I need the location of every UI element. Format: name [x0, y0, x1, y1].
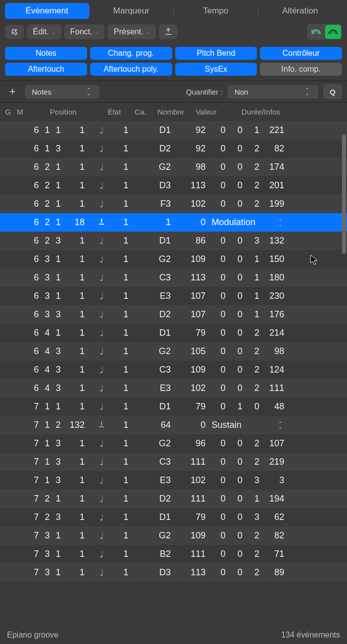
- col-position[interactable]: Position: [26, 108, 101, 116]
- filter-metainfo[interactable]: Info. comp.: [260, 63, 342, 76]
- event-row[interactable]: 6311♩1C3113001180: [0, 268, 347, 287]
- tab-event[interactable]: Évènement: [5, 3, 89, 19]
- event-filters: Notes Chang. prog. Pitch Bend Contrôleur…: [0, 45, 347, 81]
- note-icon: ♩: [88, 365, 115, 376]
- note-icon: ♩: [88, 180, 115, 191]
- midi-in-button[interactable]: [308, 25, 324, 39]
- event-row[interactable]: 7121321640Sustain⌃⌄: [0, 416, 347, 434]
- note-icon: ♩: [88, 162, 115, 173]
- quantize-button[interactable]: Q: [323, 84, 342, 99]
- catch-playhead-button[interactable]: [159, 24, 178, 39]
- add-bar: + Notes ⌃⌄ Quantifier : Non ⌃⌄ Q: [0, 81, 347, 103]
- svg-rect-8: [101, 219, 102, 223]
- filter-controller[interactable]: Contrôleur: [260, 47, 342, 60]
- note-icon: ♩: [88, 512, 115, 523]
- tab-alteration[interactable]: Altération: [258, 3, 343, 19]
- tab-tempo[interactable]: Tempo: [174, 3, 258, 19]
- quantize-label: Quantifier :: [186, 88, 223, 96]
- event-row[interactable]: 7131♩1G296002107: [0, 434, 347, 453]
- note-icon: ♩: [88, 254, 115, 265]
- svg-rect-9: [99, 224, 104, 225]
- note-icon: ♩: [88, 401, 115, 412]
- note-icon: ♩: [88, 143, 115, 154]
- svg-point-7: [335, 33, 336, 34]
- footer: Epiano groove 134 évènements: [0, 626, 347, 644]
- event-row[interactable]: 7211♩1D2111001194: [0, 490, 347, 508]
- view-menu[interactable]: Présent.⌵: [108, 24, 156, 39]
- event-row[interactable]: 6311♩1E3107001230: [0, 287, 347, 305]
- event-row[interactable]: 6211♩1G298002174: [0, 158, 347, 176]
- event-row[interactable]: 6431♩1E3102002111: [0, 379, 347, 397]
- svg-point-4: [330, 33, 331, 34]
- col-state[interactable]: État: [101, 108, 128, 116]
- event-row[interactable]: 6211♩1F3102002199: [0, 195, 347, 213]
- note-icon: ♩: [88, 475, 115, 486]
- col-number[interactable]: Nombre: [153, 108, 189, 116]
- note-icon: ♩: [88, 272, 115, 283]
- midi-out-button[interactable]: [325, 25, 341, 39]
- col-m[interactable]: M: [14, 108, 26, 116]
- event-row[interactable]: 6331♩1D2107001176: [0, 305, 347, 324]
- event-row[interactable]: 6211♩1D3113002201: [0, 176, 347, 195]
- event-type-select[interactable]: Notes ⌃⌄: [25, 85, 100, 99]
- note-icon: ♩: [88, 549, 115, 560]
- col-value[interactable]: Valeur: [189, 108, 224, 116]
- tab-marker[interactable]: Marqueur: [90, 3, 174, 19]
- quantize-select[interactable]: Non ⌃⌄: [228, 85, 318, 99]
- event-row[interactable]: 7311♩1B211100271: [0, 545, 347, 563]
- add-event-button[interactable]: +: [5, 84, 20, 99]
- tab-bar: Évènement Marqueur Tempo Altération: [0, 0, 347, 21]
- note-icon: ♩: [88, 346, 115, 357]
- filter-pitchbend[interactable]: Pitch Bend: [175, 47, 257, 60]
- note-icon: ♩: [88, 567, 115, 578]
- filter-progchange[interactable]: Chang. prog.: [90, 47, 172, 60]
- event-row[interactable]: 6311♩1G2109001150: [0, 250, 347, 268]
- svg-rect-10: [101, 421, 102, 425]
- event-row[interactable]: 7111♩1D17901048: [0, 397, 347, 416]
- filter-aftertouch[interactable]: Aftertouch: [5, 63, 87, 76]
- svg-point-1: [315, 31, 316, 32]
- svg-point-6: [334, 31, 335, 32]
- event-row[interactable]: 6411♩1D179002214: [0, 324, 347, 342]
- event-row[interactable]: 7131♩1C3111002219: [0, 453, 347, 471]
- svg-rect-11: [99, 426, 104, 427]
- col-channel[interactable]: Ca.: [128, 108, 153, 116]
- note-icon: ♩: [88, 125, 115, 136]
- event-row[interactable]: 7311♩1D311300289: [0, 563, 347, 582]
- event-count: 134 évènements: [281, 631, 340, 640]
- controller-icon: [88, 217, 115, 228]
- edit-menu[interactable]: Édit.⌵: [27, 24, 61, 39]
- svg-point-5: [332, 31, 333, 32]
- svg-point-2: [317, 31, 318, 32]
- controller-icon: [88, 420, 115, 430]
- event-row[interactable]: 6431♩1G210500298: [0, 342, 347, 361]
- note-icon: ♩: [88, 328, 115, 339]
- event-row[interactable]: 6431♩1C3109002124: [0, 361, 347, 379]
- event-row[interactable]: 6111♩1D192001221: [0, 121, 347, 139]
- functions-menu[interactable]: Fonct.⌵: [64, 24, 105, 39]
- note-icon: ♩: [88, 309, 115, 320]
- back-up-button[interactable]: [5, 25, 24, 39]
- note-icon: ♩: [88, 438, 115, 449]
- scrollbar[interactable]: [342, 134, 346, 254]
- note-icon: ♩: [88, 199, 115, 210]
- svg-point-0: [313, 33, 314, 34]
- filter-sysex[interactable]: SysEx: [175, 63, 257, 76]
- col-g[interactable]: G: [2, 108, 14, 116]
- event-row[interactable]: 7311♩1G210900282: [0, 526, 347, 545]
- region-name: Epiano groove: [7, 631, 58, 640]
- event-row[interactable]: 6131♩1D29200282: [0, 139, 347, 158]
- filter-polyaftertouch[interactable]: Aftertouch poly.: [90, 63, 172, 76]
- col-duration[interactable]: Durée/Infos: [224, 108, 298, 116]
- column-headers: G M Position État Ca. Nombre Valeur Duré…: [0, 103, 347, 121]
- event-row[interactable]: 7131♩1E31020033: [0, 471, 347, 490]
- svg-point-3: [318, 33, 319, 34]
- filter-notes[interactable]: Notes: [5, 47, 87, 60]
- note-icon: ♩: [88, 530, 115, 541]
- event-row[interactable]: 62118110Modulation⌃⌄: [0, 213, 347, 232]
- note-icon: ♩: [88, 383, 115, 394]
- event-row[interactable]: 6231♩1D186003132: [0, 232, 347, 250]
- note-icon: ♩: [88, 494, 115, 505]
- event-row[interactable]: 7231♩1D17900362: [0, 508, 347, 526]
- event-list[interactable]: 6111♩1D1920012216131♩1D292002826211♩1G29…: [0, 121, 347, 599]
